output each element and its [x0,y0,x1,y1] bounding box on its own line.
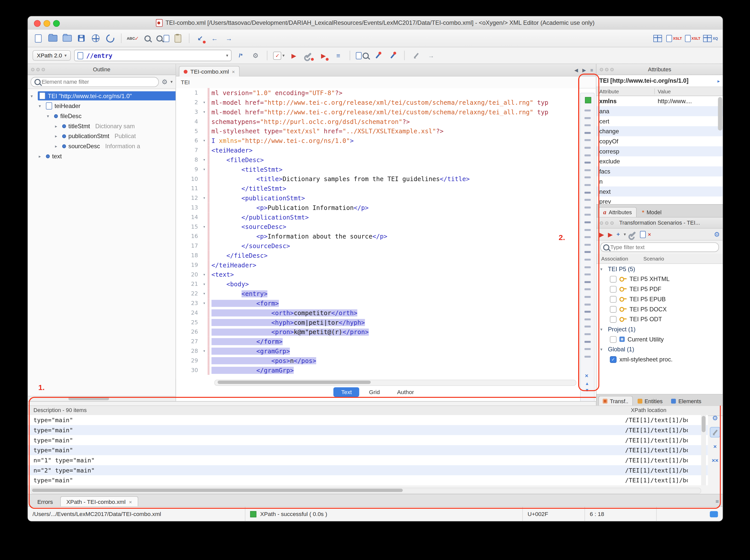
fold-toggle-icon[interactable]: ▾ [201,109,208,114]
match-mark[interactable] [585,303,591,305]
find-in-files-button[interactable] [156,33,169,44]
code-line[interactable]: 4schematypens="http://purl.oclc.org/dsdl… [176,117,579,126]
match-mark[interactable] [585,296,591,298]
code-line[interactable]: 2▾ml-model href="http://www.tei-c.org/re… [176,98,579,107]
scroll-up-icon[interactable]: ▲ [585,381,589,386]
fold-toggle-icon[interactable]: ▾ [201,348,208,353]
run-scenario-icon[interactable]: ▶ [599,231,604,238]
outline-item[interactable]: ▸publicationStmtPublicat [28,131,176,141]
debug-transformation-button[interactable]: ▶ [318,50,329,61]
open-file-button[interactable] [47,33,58,44]
outline-header[interactable]: Outline [28,64,176,75]
expand-icon[interactable]: ▸ [55,134,60,138]
refactor-button[interactable] [387,50,398,61]
scenario-item[interactable]: TEI P5 ODT [596,314,723,324]
attribute-row[interactable]: copyOf [596,136,723,146]
code-area[interactable]: 1ml version="1.0" encoding="UTF-8"?>2▾ml… [176,88,579,379]
result-row[interactable]: type="main"/TEI[1]/text[1]/bo [28,415,708,425]
match-mark[interactable] [585,326,591,328]
scenario-item[interactable]: ✓xml-stylesheet proc. [596,354,723,364]
expand-icon[interactable]: ▸ [55,144,60,148]
chevron-down-icon[interactable]: ▾ [171,79,173,84]
code-line[interactable]: 17 </sourceDesc> [176,241,579,251]
match-mark[interactable] [585,311,591,313]
code-line[interactable]: 10 <title>Dictionary samples from the TE… [176,174,579,184]
panel-dots[interactable] [600,68,614,71]
xslt-apply-button[interactable]: XSLT [685,33,700,44]
results-vscrollbar[interactable] [701,415,706,485]
chevron-right-icon[interactable]: ▸ [717,78,720,83]
outline-item[interactable]: ▸titleStmtDictionary sam [28,121,176,131]
collapse-icon[interactable]: ▾ [31,94,35,98]
fold-toggle-icon[interactable]: ▾ [201,301,208,305]
code-line[interactable]: 14 </publicationStmt> [176,212,579,222]
scenarios-header[interactable]: Transformation Scenarios - TEI... [596,218,723,228]
xpath-builder-button[interactable]: /* [235,50,246,61]
edit-scenario-icon[interactable] [630,232,636,237]
code-line[interactable]: 29 <pos>n</pos> [176,356,579,365]
new-scenario-icon[interactable]: + [617,231,620,238]
scenario-item[interactable]: TEI P5 PDF [596,284,723,294]
match-mark[interactable] [585,356,591,358]
close-tab-icon[interactable]: × [232,68,235,74]
xpath-settings-button[interactable]: ⚙ [250,50,261,61]
outline-item[interactable]: ▾teiHeader [28,101,176,111]
attribute-row[interactable]: prev [596,197,723,204]
results-table[interactable]: type="main"/TEI[1]/text[1]/botype="main"… [28,415,708,485]
minimize-window-button[interactable] [43,20,50,26]
match-mark[interactable] [585,288,591,291]
result-row[interactable]: type="main"/TEI[1]/text[1]/bo [28,425,708,435]
scroll-thumb[interactable] [218,381,371,384]
expand-icon[interactable]: ▸ [55,124,60,128]
quick-fix-button[interactable] [372,50,383,61]
spell-check-button[interactable]: ABC✓ [127,33,139,44]
scenario-group[interactable]: ▾Global (1) [596,344,723,354]
fold-toggle-icon[interactable]: ▾ [201,224,208,229]
forward-button[interactable]: → [223,33,235,44]
code-line[interactable]: 19</teiHeader> [176,260,579,269]
result-row[interactable]: n="1" type="main"/TEI[1]/text[1]/bo [28,455,708,465]
fold-toggle-icon[interactable]: ▾ [201,138,208,143]
collapse-icon[interactable]: ▾ [39,103,43,108]
match-mark[interactable] [585,274,591,276]
match-mark[interactable] [585,341,591,343]
scenario-column-header[interactable]: Scenario [643,256,664,262]
open-url-button[interactable] [61,33,73,44]
match-mark[interactable] [585,259,591,261]
scroll-down-icon[interactable]: ▼ [585,388,589,393]
right-tab-0[interactable]: Transf.. [598,396,633,405]
code-line[interactable]: 6▾I xmlns="http://www.tei-c.org/ns/1.0"> [176,136,579,145]
panel-list-icon[interactable]: ≡ [716,498,719,505]
code-line[interactable]: 7<teiHeader> [176,145,579,155]
attribute-row[interactable]: n [596,177,723,187]
feedback-chat-icon[interactable] [710,511,718,517]
attribute-row[interactable]: exclude [596,156,723,166]
scenario-settings-icon[interactable]: ⚙ [714,231,720,238]
mode-tab-text[interactable]: Text [334,387,359,397]
scenario-checkbox[interactable] [610,285,616,292]
debug-scenario-icon[interactable]: ▶ [608,231,613,238]
match-mark[interactable] [585,109,591,112]
reload-button[interactable] [104,33,116,44]
expand-icon[interactable]: ▸ [39,154,43,159]
duplicate-scenario-icon[interactable] [640,231,646,238]
validation-status-square[interactable] [585,97,591,103]
code-line[interactable]: 30 </gramGrp> [176,365,579,375]
match-mark[interactable] [585,184,591,186]
scroll-thumb[interactable] [68,397,109,400]
scenario-filter-input[interactable] [600,242,719,252]
xquery-button[interactable]: XQ [703,33,718,44]
code-line[interactable]: 1ml version="1.0" encoding="UTF-8"?> [176,88,579,98]
chevron-down-icon[interactable]: ▾ [624,232,626,237]
results-edit-button[interactable] [710,427,721,438]
code-line[interactable]: 15▾ <sourceDesc> [176,222,579,232]
match-mark[interactable] [585,139,591,141]
result-row[interactable]: type="main"/TEI[1]/text[1]/bo [28,475,708,485]
new-document-button[interactable] [33,33,44,44]
attribute-row[interactable]: cert [596,116,723,126]
code-line[interactable]: 24 <orth>competitor</orth> [176,308,579,317]
results-hscrollbar[interactable] [31,488,701,494]
scenario-item[interactable]: Current Utility [596,334,723,344]
tab-list-icon[interactable]: ≡ [590,67,593,73]
collapse-icon[interactable]: ▾ [600,347,605,352]
